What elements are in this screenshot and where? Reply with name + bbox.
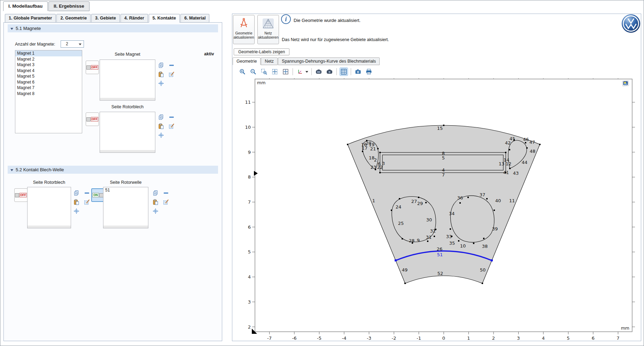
paste-icon[interactable] [157, 70, 165, 78]
magnet-list-item[interactable]: Magnet 5 [15, 73, 82, 79]
x-tick-label: -7 [267, 336, 272, 341]
anzahl-magnete-dropdown[interactable]: 2 [61, 40, 84, 48]
zoom-to-selection-icon[interactable] [72, 207, 80, 215]
selection-icon-stack [72, 189, 91, 215]
copy-icon[interactable] [157, 113, 165, 121]
vertex-dot [539, 144, 541, 145]
clear-selection-icon[interactable] [83, 198, 91, 206]
graphics-tab-spannungs-dehnungs-kurve-des-blechmaterials[interactable]: Spannungs-Dehnungs-Kurve des Blechmateri… [278, 57, 380, 65]
seite-magnet-selection-list[interactable] [100, 60, 155, 101]
edge-label: 40 [495, 198, 501, 203]
x-tick-label: -3 [367, 336, 371, 341]
edge-label: 9 [417, 238, 420, 243]
kontakt-rotorblech-toggle[interactable]: OFF [14, 188, 28, 202]
y-tick-label: 3 [248, 299, 251, 305]
vertex-dot [379, 172, 381, 173]
zoom-to-selection-icon[interactable] [157, 131, 165, 139]
seite-rotorblech-selection-list[interactable] [100, 112, 155, 153]
chevron-down-icon[interactable] [305, 71, 308, 73]
export-image-icon[interactable] [326, 68, 333, 76]
vertex-dot [377, 148, 379, 149]
main-tab-ii-ergebnisse[interactable]: II. Ergebnisse [48, 1, 90, 11]
magnet-list-item[interactable]: Magnet 7 [15, 85, 82, 91]
zoom-in-icon[interactable] [239, 68, 246, 76]
zoom-extents-icon[interactable] [271, 68, 279, 76]
edge-label: 42 [505, 140, 511, 146]
vertex-dot [505, 152, 506, 153]
copy-image-icon[interactable] [315, 68, 323, 76]
remove-icon[interactable] [83, 189, 91, 197]
section-title: 5.2 Kontakt Blech-Welle [16, 167, 64, 172]
vertex-dot [458, 240, 459, 242]
print-icon[interactable] [365, 68, 373, 76]
clear-selection-icon[interactable] [162, 198, 170, 206]
copy-icon[interactable] [72, 189, 80, 197]
section-header-kontakt[interactable]: 5.2 Kontakt Blech-Welle [8, 166, 218, 174]
setup-tab-1-globale-parameter[interactable]: 1. Globale Parameter [5, 14, 56, 23]
selection-entry[interactable]: 51 [103, 187, 148, 193]
vertex-dot [362, 151, 363, 152]
clear-selection-icon[interactable] [168, 70, 175, 78]
kontakt-rotorblech-selection-list[interactable] [27, 187, 71, 228]
remove-icon[interactable] [168, 113, 175, 121]
show-geometry-labels-button[interactable]: Geometrie-Labels zeigen [234, 48, 289, 55]
zoom-box-icon[interactable] [260, 68, 268, 76]
grid-icon[interactable] [340, 68, 348, 76]
legend-popup-icon[interactable] [622, 80, 629, 86]
anzahl-magnete-label: Anzahl der Magnete: [15, 42, 55, 47]
x-tick-label: 5 [567, 336, 569, 341]
kontakt-rotorwelle-selection-list[interactable]: 51 [103, 187, 148, 228]
zoom-fit-icon[interactable] [282, 68, 289, 76]
zoom-to-selection-icon[interactable] [157, 79, 165, 87]
magnet-list[interactable]: Magnet 1Magnet 2Magnet 3Magnet 4Magnet 5… [15, 50, 82, 133]
snapshot-icon[interactable] [354, 68, 362, 76]
clear-selection-icon[interactable] [168, 122, 175, 130]
plot-canvas[interactable]: -7-6-5-4-3-2-101234567234567891011 15454… [234, 78, 640, 344]
update-geometry-button[interactable]: Geometrie aktualisieren [233, 15, 255, 44]
edge-label: 7 [442, 172, 445, 178]
setup-tab-4-ränder[interactable]: 4. Ränder [121, 14, 148, 23]
copy-icon[interactable] [152, 189, 159, 197]
graphics-toolbar [239, 67, 373, 76]
graphics-tab-geometrie[interactable]: Geometrie [233, 57, 261, 65]
edge-label: 52 [437, 271, 443, 276]
paste-icon[interactable] [72, 198, 80, 206]
edge-label: 48 [530, 149, 536, 154]
edge-label: 36 [457, 195, 463, 200]
magnet-list-item[interactable]: Magnet 8 [15, 91, 82, 97]
magnet-list-item[interactable]: Magnet 4 [15, 68, 82, 74]
setup-tab-5-kontakte[interactable]: 5. Kontakte [149, 14, 180, 23]
kontakt-rotorwelle-toggle[interactable]: ON [91, 188, 104, 202]
zoom-to-selection-icon[interactable] [152, 207, 159, 215]
axis-orientation-icon[interactable] [296, 68, 304, 76]
magnet-list-item[interactable]: Magnet 6 [15, 79, 82, 85]
copy-icon[interactable] [157, 61, 165, 69]
magnet-list-item[interactable]: Magnet 3 [15, 62, 82, 68]
edge-label: 33 [446, 234, 452, 239]
setup-tab-3-gebiete[interactable]: 3. Gebiete [91, 14, 120, 23]
paste-icon[interactable] [157, 122, 165, 130]
section-header-magnete[interactable]: 5.1 Magnete [8, 24, 218, 32]
selection-icon-stack [157, 61, 175, 87]
vertex-dot [418, 197, 419, 198]
edge-label: 49 [402, 267, 408, 273]
graphics-tab-netz[interactable]: Netz [261, 57, 278, 65]
collapse-icon [10, 28, 13, 30]
edge-label: 47 [529, 140, 535, 145]
edge-label: 35 [449, 241, 455, 246]
toggle-off-label: OFF [91, 65, 98, 70]
magnet-side-toggle[interactable]: OFF [86, 61, 99, 74]
main-tab-i-modellaufbau[interactable]: I. Modellaufbau [3, 1, 48, 11]
setup-tab-2-geometrie[interactable]: 2. Geometrie [56, 14, 91, 23]
toggle-knob [15, 193, 19, 197]
update-mesh-button[interactable]: Netz aktualisieren [257, 15, 279, 44]
setup-tab-6-material[interactable]: 6. Material [180, 14, 209, 23]
zoom-out-icon[interactable] [249, 68, 257, 76]
paste-icon[interactable] [152, 198, 159, 206]
highlighted-edge-label: 51 [437, 252, 443, 257]
remove-icon[interactable] [168, 61, 175, 69]
magnet-list-item[interactable]: Magnet 1 [15, 50, 82, 56]
magnet-list-item[interactable]: Magnet 2 [15, 56, 82, 62]
rotorblech-side-toggle[interactable]: OFF [86, 112, 99, 126]
remove-icon[interactable] [162, 189, 170, 197]
